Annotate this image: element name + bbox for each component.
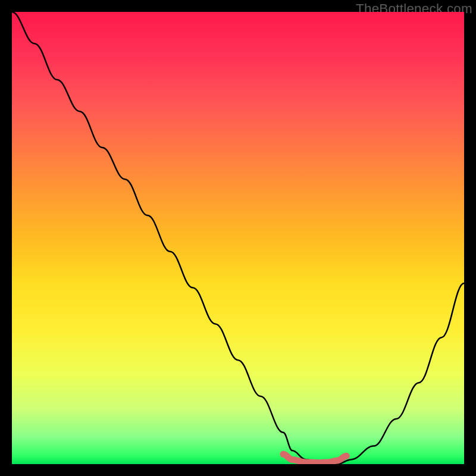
- bottleneck-curve: [12, 12, 464, 464]
- plot-area: [12, 12, 464, 464]
- chart-svg: [12, 12, 464, 464]
- optimal-band: [283, 454, 346, 462]
- chart-container: TheBottleneck.com: [0, 0, 476, 476]
